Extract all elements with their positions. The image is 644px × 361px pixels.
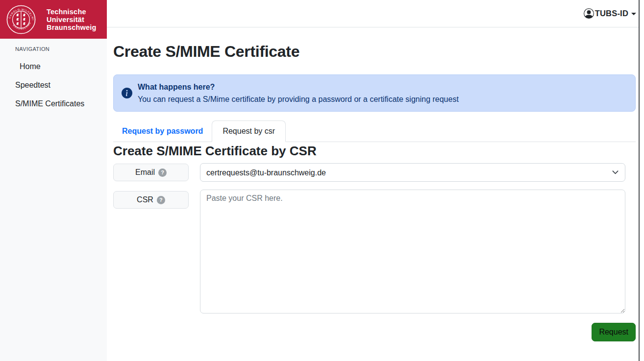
info-alert-heading: What happens here? (138, 83, 459, 91)
info-alert-body: You can request a S/Mime certificate by … (138, 95, 459, 103)
university-name: Technische Universität Braunschweig (47, 8, 97, 31)
tab-bar: Request by password Request by csr (113, 120, 636, 142)
svg-text:CAROLO-WILHELMINA: CAROLO-WILHELMINA (6, 4, 35, 21)
university-name-line2: Universität (47, 16, 97, 24)
main-content: Create S/MIME Certificate What happens h… (107, 27, 639, 361)
sidebar: CAROLO-WILHELMINA BRAUNSCHWEIG Technisch… (0, 0, 107, 361)
chevron-down-icon (631, 13, 636, 15)
csr-request-form: Email ? certrequests@tu-braunschweig.de (113, 163, 636, 341)
section-title: Create S/MIME Certificate by CSR (113, 144, 636, 158)
university-name-line1: Technische (47, 8, 97, 16)
csr-textarea[interactable] (200, 190, 625, 313)
university-logo[interactable]: CAROLO-WILHELMINA BRAUNSCHWEIG Technisch… (0, 0, 107, 39)
account-label: TUBS-ID (595, 9, 628, 18)
sidebar-item-home[interactable]: Home (0, 57, 107, 76)
form-actions: Request (113, 323, 636, 341)
university-seal-icon: CAROLO-WILHELMINA BRAUNSCHWEIG (6, 4, 36, 35)
info-circle-icon (122, 88, 132, 98)
request-button[interactable]: Request (592, 323, 636, 341)
info-alert-text: What happens here? You can request a S/M… (138, 83, 459, 103)
csr-row: CSR ? (113, 190, 636, 313)
email-label-box: Email ? (113, 164, 189, 181)
email-label: Email (135, 168, 155, 177)
top-bar: TUBS-ID (107, 0, 639, 27)
info-alert: What happens here? You can request a S/M… (113, 74, 636, 112)
email-row: Email ? certrequests@tu-braunschweig.de (113, 163, 636, 182)
email-control: certrequests@tu-braunschweig.de (200, 163, 625, 182)
sidebar-item-smime-certificates[interactable]: S/MIME Certificates (0, 95, 107, 113)
csr-help-icon[interactable]: ? (157, 196, 165, 204)
page-title: Create S/MIME Certificate (113, 42, 636, 61)
university-name-line3: Braunschweig (47, 24, 97, 31)
tab-request-by-password[interactable]: Request by password (113, 121, 212, 142)
csr-control (200, 190, 625, 313)
sidebar-item-speedtest[interactable]: Speedtest (0, 76, 107, 95)
sidebar-section-label: NAVIGATION (0, 46, 107, 52)
email-select[interactable]: certrequests@tu-braunschweig.de (200, 163, 625, 182)
csr-label: CSR (137, 195, 153, 204)
seal-text-top: CAROLO-WILHELMINA (6, 4, 35, 21)
window-edge-line (639, 0, 640, 361)
person-circle-icon (584, 8, 594, 19)
account-menu[interactable]: TUBS-ID (584, 8, 636, 19)
app-window: CAROLO-WILHELMINA BRAUNSCHWEIG Technisch… (0, 0, 644, 361)
email-help-icon[interactable]: ? (158, 168, 167, 177)
tab-request-by-csr[interactable]: Request by csr (212, 120, 286, 142)
csr-label-box: CSR ? (113, 191, 189, 209)
